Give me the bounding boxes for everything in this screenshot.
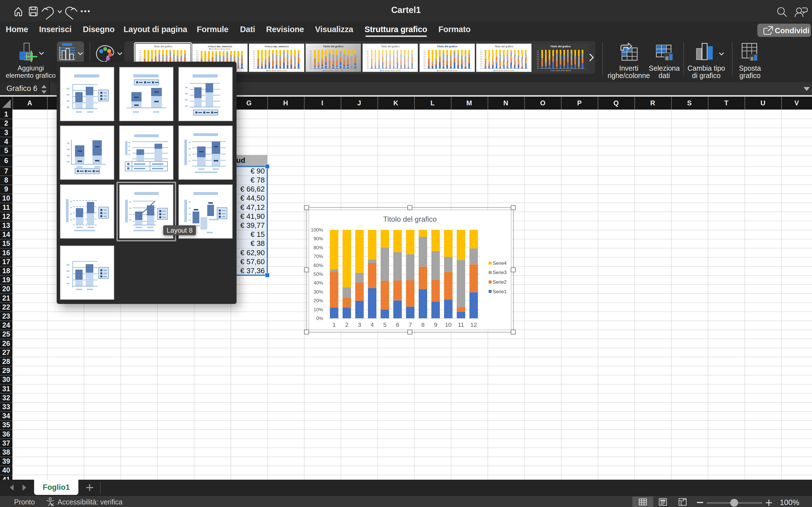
svg-text:90%: 90% bbox=[313, 236, 323, 241]
svg-text:Titolo del grafico: Titolo del grafico bbox=[383, 215, 437, 223]
svg-text:TITOLO DEL GRAFICO: TITOLO DEL GRAFICO bbox=[264, 45, 289, 48]
svg-text:Titolo del grafico: Titolo del grafico bbox=[323, 45, 344, 48]
svg-text:37: 37 bbox=[2, 439, 10, 447]
svg-text:21: 21 bbox=[2, 294, 10, 302]
svg-text:39: 39 bbox=[2, 457, 10, 465]
svg-text:9: 9 bbox=[4, 185, 8, 193]
svg-text:40%: 40% bbox=[313, 280, 323, 286]
svg-text:Serie1: Serie1 bbox=[493, 289, 507, 294]
svg-text:28: 28 bbox=[2, 357, 10, 365]
svg-text:1: 1 bbox=[333, 321, 336, 328]
svg-text:11: 11 bbox=[3, 203, 10, 211]
svg-text:4: 4 bbox=[370, 321, 374, 328]
svg-text:40: 40 bbox=[2, 466, 10, 474]
svg-text:6: 6 bbox=[4, 157, 8, 165]
svg-text:7: 7 bbox=[4, 167, 8, 175]
svg-text:24: 24 bbox=[2, 321, 10, 329]
svg-text:13: 13 bbox=[2, 221, 10, 229]
svg-text:19: 19 bbox=[2, 276, 10, 284]
svg-text:20%: 20% bbox=[313, 298, 323, 303]
svg-text:32: 32 bbox=[2, 394, 10, 402]
svg-text:Serie4: Serie4 bbox=[493, 261, 507, 266]
svg-text:4: 4 bbox=[4, 137, 8, 145]
svg-text:12: 12 bbox=[2, 212, 10, 220]
svg-text:36: 36 bbox=[2, 430, 10, 438]
svg-text:Titolo del grafico: Titolo del grafico bbox=[550, 45, 571, 48]
svg-text:18: 18 bbox=[2, 267, 10, 275]
svg-text:25: 25 bbox=[2, 330, 10, 338]
svg-text:Titolo del grafico: Titolo del grafico bbox=[437, 45, 458, 48]
svg-text:3: 3 bbox=[4, 128, 8, 136]
svg-text:70%: 70% bbox=[313, 254, 323, 259]
svg-text:2: 2 bbox=[345, 321, 349, 328]
svg-text:22: 22 bbox=[2, 303, 10, 311]
svg-text:Serie2: Serie2 bbox=[493, 279, 507, 285]
svg-text:17: 17 bbox=[2, 258, 10, 266]
svg-text:3: 3 bbox=[358, 321, 361, 328]
svg-text:23: 23 bbox=[2, 312, 10, 320]
svg-text:100%: 100% bbox=[311, 227, 323, 233]
svg-text:29: 29 bbox=[2, 367, 10, 374]
svg-text:50%: 50% bbox=[313, 272, 323, 277]
svg-text:5: 5 bbox=[4, 147, 8, 154]
svg-text:33: 33 bbox=[2, 403, 10, 411]
svg-text:27: 27 bbox=[2, 348, 10, 356]
svg-text:8: 8 bbox=[421, 321, 424, 328]
svg-text:Titolo del grafico: Titolo del grafico bbox=[381, 45, 400, 48]
svg-text:15: 15 bbox=[2, 239, 10, 247]
svg-text:31: 31 bbox=[2, 385, 10, 393]
svg-text:16: 16 bbox=[2, 249, 10, 257]
svg-text:Serie3: Serie3 bbox=[493, 270, 507, 275]
svg-text:11: 11 bbox=[458, 321, 464, 328]
svg-text:60%: 60% bbox=[313, 263, 323, 268]
svg-text:34: 34 bbox=[2, 412, 10, 420]
svg-text:10: 10 bbox=[445, 321, 451, 328]
svg-text:38: 38 bbox=[2, 448, 10, 456]
svg-text:41: 41 bbox=[2, 475, 10, 480]
svg-text:7: 7 bbox=[409, 321, 412, 328]
svg-text:80%: 80% bbox=[313, 245, 323, 250]
svg-text:30: 30 bbox=[2, 376, 10, 383]
svg-text:30%: 30% bbox=[313, 289, 323, 295]
svg-text:26: 26 bbox=[2, 339, 10, 347]
svg-text:12: 12 bbox=[470, 321, 477, 328]
svg-text:10: 10 bbox=[2, 194, 10, 202]
svg-text:0%: 0% bbox=[316, 316, 323, 321]
svg-text:TITOLO DEL GRAFICO: TITOLO DEL GRAFICO bbox=[208, 45, 232, 48]
svg-text:Titolo del grafico: Titolo del grafico bbox=[495, 45, 513, 48]
svg-text:20: 20 bbox=[2, 285, 10, 293]
svg-text:5: 5 bbox=[383, 321, 387, 328]
svg-text:35: 35 bbox=[2, 421, 10, 429]
svg-text:1: 1 bbox=[4, 110, 8, 118]
svg-text:14: 14 bbox=[2, 230, 10, 238]
svg-text:10%: 10% bbox=[313, 307, 323, 313]
svg-text:2: 2 bbox=[4, 119, 8, 127]
svg-text:6: 6 bbox=[396, 321, 399, 328]
svg-text:8: 8 bbox=[4, 176, 8, 184]
svg-text:9: 9 bbox=[434, 321, 437, 328]
